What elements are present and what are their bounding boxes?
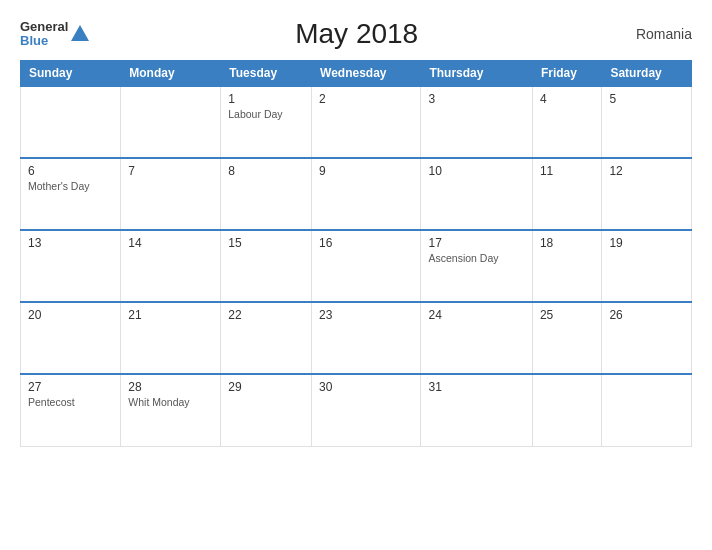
day-number: 5 [609,92,684,106]
day-number: 18 [540,236,594,250]
calendar-cell: 19 [602,230,692,302]
col-tuesday: Tuesday [221,61,312,87]
day-number: 3 [428,92,524,106]
day-number: 13 [28,236,113,250]
calendar-week-row: 20212223242526 [21,302,692,374]
col-saturday: Saturday [602,61,692,87]
calendar-cell: 12 [602,158,692,230]
calendar-cell: 5 [602,86,692,158]
calendar-cell: 6Mother's Day [21,158,121,230]
calendar-cell: 15 [221,230,312,302]
col-friday: Friday [532,61,601,87]
day-number: 4 [540,92,594,106]
day-number: 2 [319,92,413,106]
day-number: 6 [28,164,113,178]
calendar-cell: 23 [312,302,421,374]
day-number: 22 [228,308,304,322]
holiday-label: Ascension Day [428,252,524,264]
calendar-cell: 17Ascension Day [421,230,532,302]
calendar-cell [532,374,601,446]
logo: GeneralBlue [20,20,91,49]
calendar-cell: 24 [421,302,532,374]
col-sunday: Sunday [21,61,121,87]
calendar-week-row: 1314151617Ascension Day1819 [21,230,692,302]
calendar-cell: 27Pentecost [21,374,121,446]
logo-text: GeneralBlue [20,20,68,49]
day-number: 29 [228,380,304,394]
day-number: 20 [28,308,113,322]
calendar-cell: 30 [312,374,421,446]
day-number: 7 [128,164,213,178]
col-wednesday: Wednesday [312,61,421,87]
day-number: 31 [428,380,524,394]
header: GeneralBlue May 2018 Romania [20,18,692,50]
day-number: 21 [128,308,213,322]
calendar-cell: 25 [532,302,601,374]
header-row: Sunday Monday Tuesday Wednesday Thursday… [21,61,692,87]
calendar-cell: 21 [121,302,221,374]
calendar-cell: 10 [421,158,532,230]
day-number: 12 [609,164,684,178]
day-number: 17 [428,236,524,250]
holiday-label: Pentecost [28,396,113,408]
col-thursday: Thursday [421,61,532,87]
day-number: 16 [319,236,413,250]
day-number: 11 [540,164,594,178]
calendar-cell: 13 [21,230,121,302]
day-number: 28 [128,380,213,394]
calendar-cell [602,374,692,446]
calendar-week-row: 27Pentecost28Whit Monday293031 [21,374,692,446]
holiday-label: Labour Day [228,108,304,120]
col-monday: Monday [121,61,221,87]
logo-flag-icon [69,23,91,45]
day-number: 14 [128,236,213,250]
calendar-cell: 18 [532,230,601,302]
day-number: 9 [319,164,413,178]
day-number: 10 [428,164,524,178]
day-number: 8 [228,164,304,178]
day-number: 24 [428,308,524,322]
calendar-cell: 11 [532,158,601,230]
holiday-label: Mother's Day [28,180,113,192]
holiday-label: Whit Monday [128,396,213,408]
calendar-cell: 2 [312,86,421,158]
calendar-cell: 7 [121,158,221,230]
calendar-body: 1Labour Day23456Mother's Day789101112131… [21,86,692,446]
calendar-cell: 1Labour Day [221,86,312,158]
calendar-header: Sunday Monday Tuesday Wednesday Thursday… [21,61,692,87]
calendar-table: Sunday Monday Tuesday Wednesday Thursday… [20,60,692,447]
calendar-cell: 9 [312,158,421,230]
day-number: 1 [228,92,304,106]
calendar-cell: 16 [312,230,421,302]
day-number: 26 [609,308,684,322]
calendar-cell: 29 [221,374,312,446]
day-number: 19 [609,236,684,250]
calendar-cell: 28Whit Monday [121,374,221,446]
calendar-cell: 14 [121,230,221,302]
calendar-cell: 3 [421,86,532,158]
calendar-cell: 22 [221,302,312,374]
calendar-cell [121,86,221,158]
calendar-week-row: 6Mother's Day789101112 [21,158,692,230]
day-number: 30 [319,380,413,394]
calendar-cell: 26 [602,302,692,374]
day-number: 27 [28,380,113,394]
day-number: 23 [319,308,413,322]
calendar-cell: 4 [532,86,601,158]
country-label: Romania [622,26,692,42]
calendar-cell [21,86,121,158]
calendar-cell: 8 [221,158,312,230]
page: GeneralBlue May 2018 Romania Sunday Mond… [0,0,712,550]
day-number: 15 [228,236,304,250]
calendar-week-row: 1Labour Day2345 [21,86,692,158]
calendar-cell: 31 [421,374,532,446]
day-number: 25 [540,308,594,322]
calendar-cell: 20 [21,302,121,374]
svg-marker-0 [71,25,89,41]
calendar-title: May 2018 [91,18,622,50]
logo-blue-text: Blue [20,33,48,48]
